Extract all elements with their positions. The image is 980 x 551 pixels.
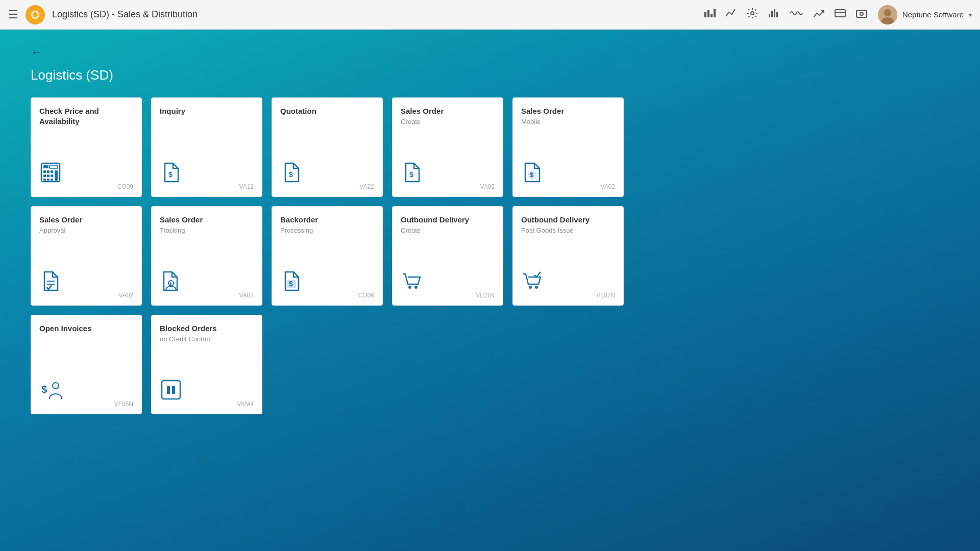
app-header: ☰ Logistics (SD) - Sales & Distribution bbox=[0, 0, 980, 30]
user-name-label: Neptune Software bbox=[902, 10, 964, 19]
tile-inquiry[interactable]: Inquiry $ VA12 bbox=[151, 97, 262, 197]
tile-code: VKM4 bbox=[237, 400, 254, 408]
tile-title: Sales Order bbox=[39, 215, 133, 225]
svg-rect-24 bbox=[47, 174, 50, 177]
tile-bottom: $ VA03 bbox=[160, 270, 254, 299]
tile-code: VF05N bbox=[114, 400, 133, 408]
tile-icon-doc-dollar-fill: $ bbox=[280, 270, 303, 297]
tile-header: Quotation bbox=[280, 106, 374, 161]
svg-rect-7 bbox=[769, 14, 770, 17]
chart-line-icon[interactable] bbox=[725, 7, 737, 22]
tile-check-price[interactable]: Check Price and Availability C bbox=[31, 97, 142, 197]
wave-icon[interactable] bbox=[789, 7, 803, 22]
tile-title: Sales Order bbox=[521, 106, 615, 116]
tile-outbound-delivery-pgi[interactable]: Outbound Delivery Post Goods Issue VL02N bbox=[512, 206, 624, 306]
header-toolbar bbox=[703, 7, 868, 22]
tile-header: Sales Order Mobile bbox=[521, 106, 615, 161]
tile-subtitle: Post Goods Issue bbox=[521, 227, 615, 234]
tile-header: Inquiry bbox=[160, 106, 254, 161]
tile-quotation[interactable]: Quotation $ VA22 bbox=[272, 97, 383, 197]
back-button[interactable]: ← bbox=[31, 45, 43, 59]
tile-icon-doc-check bbox=[39, 270, 62, 297]
svg-point-42 bbox=[408, 286, 411, 289]
svg-rect-26 bbox=[43, 179, 46, 181]
tile-bottom: VL01N bbox=[401, 270, 495, 299]
tile-code: VL01N bbox=[476, 292, 495, 299]
tile-icon-doc-person-dollar: $ bbox=[160, 270, 182, 297]
tile-bottom: $ CO06 bbox=[280, 270, 374, 299]
tile-open-invoices[interactable]: Open Invoices $ VF05N bbox=[31, 315, 142, 414]
tile-code: VA12 bbox=[239, 183, 254, 190]
svg-point-44 bbox=[529, 286, 532, 289]
svg-rect-19 bbox=[43, 165, 48, 168]
tile-subtitle: Tracking bbox=[160, 227, 254, 234]
tile-header: Outbound Delivery Create bbox=[401, 215, 495, 270]
chart-bar-icon[interactable] bbox=[703, 7, 716, 22]
svg-rect-28 bbox=[51, 179, 53, 181]
svg-rect-48 bbox=[162, 381, 180, 399]
tile-code: VA03 bbox=[239, 292, 254, 299]
tile-subtitle: on Credit Control bbox=[160, 335, 254, 343]
payment-icon[interactable] bbox=[855, 7, 868, 22]
settings-icon[interactable] bbox=[746, 7, 758, 22]
svg-rect-30 bbox=[50, 165, 58, 168]
svg-rect-22 bbox=[51, 170, 53, 173]
svg-rect-2 bbox=[704, 12, 706, 17]
tile-header: Sales Order Approval bbox=[39, 215, 133, 270]
trend-icon[interactable] bbox=[813, 7, 825, 22]
tile-title: Outbound Delivery bbox=[521, 215, 615, 225]
bar-chart2-icon[interactable] bbox=[768, 7, 780, 22]
currency-icon[interactable] bbox=[834, 7, 846, 22]
tile-code: VA02 bbox=[119, 292, 133, 299]
tile-code: CO09 bbox=[117, 183, 133, 190]
tile-sales-order-tracking[interactable]: Sales Order Tracking $ VA03 bbox=[151, 206, 262, 306]
tile-title: Open Invoices bbox=[39, 323, 133, 334]
tile-subtitle: Create bbox=[401, 227, 495, 234]
tile-header: Check Price and Availability bbox=[39, 106, 133, 161]
tile-header: Blocked Orders on Credit Control bbox=[160, 323, 254, 379]
svg-text:$: $ bbox=[289, 280, 293, 288]
tile-bottom: $ VA02 bbox=[521, 161, 615, 190]
tile-title: Sales Order bbox=[401, 106, 495, 116]
tile-bottom: VA02 bbox=[39, 270, 133, 299]
svg-point-1 bbox=[33, 12, 38, 17]
svg-text:$: $ bbox=[168, 170, 173, 179]
tile-title: Inquiry bbox=[160, 106, 254, 116]
svg-rect-3 bbox=[707, 10, 709, 17]
svg-rect-4 bbox=[710, 14, 713, 17]
svg-text:$: $ bbox=[41, 384, 47, 395]
svg-point-16 bbox=[884, 9, 891, 16]
tile-sales-order-create[interactable]: Sales Order Create $ VA02 bbox=[392, 97, 503, 197]
svg-rect-27 bbox=[47, 179, 50, 181]
page-title: Logistics (SD) bbox=[31, 67, 949, 83]
tile-backorder[interactable]: Backorder Processing $ CO06 bbox=[272, 206, 383, 306]
tile-title: Backorder bbox=[280, 215, 374, 225]
tile-bottom: $ VA12 bbox=[160, 161, 254, 190]
svg-rect-23 bbox=[43, 174, 46, 177]
svg-rect-11 bbox=[835, 10, 845, 17]
svg-rect-20 bbox=[43, 170, 46, 173]
tile-title: Sales Order bbox=[160, 215, 254, 225]
tile-icon-dollar-person: $ bbox=[39, 379, 62, 406]
tile-icon-doc-dollar: $ bbox=[401, 161, 423, 188]
tile-icon-doc-dollar: $ bbox=[280, 161, 303, 188]
tile-blocked-orders[interactable]: Blocked Orders on Credit Control VKM4 bbox=[151, 315, 262, 414]
user-menu[interactable]: Neptune Software ▾ bbox=[878, 5, 972, 24]
menu-icon[interactable]: ☰ bbox=[8, 8, 18, 21]
svg-text:$: $ bbox=[530, 171, 534, 179]
tile-sales-order-approval[interactable]: Sales Order Approval VA02 bbox=[31, 206, 142, 306]
svg-rect-49 bbox=[167, 386, 170, 394]
main-content: ← Logistics (SD) Check Price and Availab… bbox=[0, 30, 980, 435]
tile-bottom: $ VA02 bbox=[401, 161, 495, 190]
tile-subtitle: Mobile bbox=[521, 118, 615, 126]
tile-icon-doc-dollar: $ bbox=[160, 161, 182, 188]
tile-outbound-delivery-create[interactable]: Outbound Delivery Create VL01N bbox=[392, 206, 503, 306]
tile-bottom: VL02N bbox=[521, 270, 615, 299]
tile-subtitle: Approval bbox=[39, 227, 133, 234]
tile-header: Sales Order Tracking bbox=[160, 215, 254, 270]
tile-title: Quotation bbox=[280, 106, 374, 116]
header-title: Logistics (SD) - Sales & Distribution bbox=[52, 9, 703, 20]
svg-rect-29 bbox=[55, 170, 58, 181]
tile-icon-cart bbox=[401, 270, 423, 297]
tile-sales-order-mobile[interactable]: Sales Order Mobile $ VA02 bbox=[512, 97, 624, 197]
